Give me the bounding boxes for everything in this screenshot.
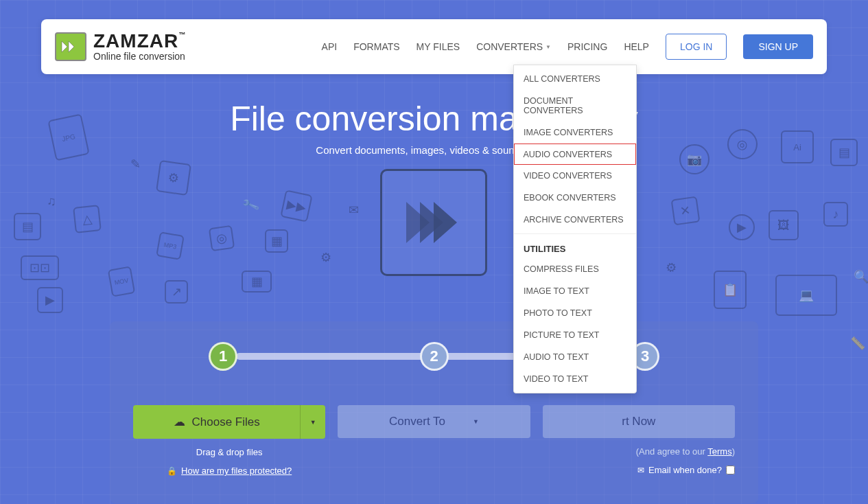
sketch-mp3-icon: MP3	[156, 231, 185, 260]
files-protected-link[interactable]: 🔒 How are my files protected?	[133, 466, 325, 476]
actions-row: ☁ Choose Files ▼ Drag & drop files 🔒 How…	[133, 405, 735, 476]
sketch-clipboard-icon: 📋	[714, 271, 747, 309]
sketch-pencil-icon: ✎	[124, 152, 147, 176]
dropdown-image-to-text[interactable]: IMAGE TO TEXT	[514, 280, 636, 302]
email-when-done-row: ✉ Email when done?	[543, 465, 735, 475]
sketch-camera-icon: 📷	[679, 144, 709, 174]
header: ZAMZAR™ Online file conversion API FORMA…	[41, 19, 827, 74]
lock-icon: 🔒	[167, 466, 177, 476]
mail-icon: ✉	[637, 466, 644, 475]
sketch-cd-icon: ◎	[209, 225, 235, 251]
nav-formats[interactable]: FORMATS	[353, 41, 399, 52]
logo[interactable]: ZAMZAR™ Online file conversion	[55, 32, 186, 62]
sketch-mail-icon: ✉	[343, 202, 364, 218]
step-2: 2	[420, 342, 449, 371]
step-1: 1	[209, 342, 237, 371]
sketch-forward-icon: ▶▶	[280, 190, 312, 222]
dropdown-audio-converters[interactable]: AUDIO CONVERTERS	[514, 144, 636, 165]
logo-icon	[55, 32, 86, 61]
caret-down-icon: ▼	[473, 418, 479, 425]
dropdown-video-converters[interactable]: VIDEO CONVERTERS	[514, 165, 636, 187]
main-nav: API FORMATS MY FILES CONVERTERS ▼ PRICIN…	[322, 34, 813, 60]
sketch-mov-icon: MOV	[108, 266, 135, 297]
convert-now-button[interactable]: rt Now	[543, 405, 735, 438]
dropdown-image-converters[interactable]: IMAGE CONVERTERS	[514, 122, 636, 144]
nav-help[interactable]: HELP	[624, 41, 649, 52]
nav-myfiles[interactable]: MY FILES	[417, 41, 460, 52]
sketch-wrench-icon: 🔧	[237, 192, 263, 218]
sketch-search-icon: 🔍	[851, 266, 868, 287]
dropdown-picture-to-text[interactable]: PICTURE TO TEXT	[514, 324, 636, 346]
upload-icon: ☁	[174, 415, 185, 429]
dropdown-audio-to-text[interactable]: AUDIO TO TEXT	[514, 346, 636, 368]
signup-button[interactable]: SIGN UP	[743, 34, 813, 59]
brand-tagline: Online file conversion	[93, 51, 186, 62]
sketch-cross-icon: ✕	[671, 196, 701, 226]
dropdown-all-converters[interactable]: ALL CONVERTERS	[514, 68, 636, 90]
sketch-ruler-icon: 📏	[851, 323, 865, 364]
choose-files-button[interactable]: ☁ Choose Files	[133, 405, 301, 439]
sketch-page-icon: ▤	[830, 139, 858, 166]
convert-to-button[interactable]: Convert To ▼	[338, 405, 530, 438]
sketch-gear-icon: ⚙	[156, 160, 191, 196]
dropdown-archive-converters[interactable]: ARCHIVE CONVERTERS	[514, 209, 636, 231]
nav-converters[interactable]: CONVERTERS ▼	[476, 41, 551, 52]
sketch-play-sq-icon: ▶	[37, 287, 63, 313]
choose-files-dropdown[interactable]: ▼	[301, 405, 325, 439]
sketch-doc-icon: ▤	[14, 213, 41, 240]
sketch-playcircle-icon: ▶	[729, 214, 755, 240]
terms-agree: (And agree to our Terms)	[543, 446, 735, 457]
steps-row: 1 2 3	[133, 342, 735, 371]
dropdown-compress-files[interactable]: COMPRESS FILES	[514, 258, 636, 280]
dropdown-video-to-text[interactable]: VIDEO TO TEXT	[514, 368, 636, 390]
dropdown-photo-to-text[interactable]: PHOTO TO TEXT	[514, 302, 636, 324]
email-when-done-checkbox[interactable]	[726, 466, 735, 474]
sketch-gear2-icon: ⚙	[657, 253, 686, 283]
terms-link[interactable]: Terms	[707, 446, 731, 457]
sketch-grid-icon: ▦	[265, 229, 288, 253]
sketch-triangle-icon: △	[73, 205, 102, 233]
sketch-note-icon: ♪	[823, 202, 848, 227]
dropdown-ebook-converters[interactable]: EBOOK CONVERTERS	[514, 187, 636, 209]
sketch-music-icon: ♫	[41, 191, 62, 211]
caret-down-icon: ▼	[310, 419, 316, 426]
sketch-arrow-icon: ↗	[165, 280, 188, 303]
nav-pricing[interactable]: PRICING	[567, 41, 607, 52]
caret-down-icon: ▼	[546, 44, 551, 50]
sketch-ai-icon: Ai	[781, 130, 814, 163]
dropdown-utilities-header: UTILITIES	[514, 233, 636, 258]
sketch-cassette-icon: ⊡⊡	[21, 255, 59, 280]
sketch-picture-icon: 🖼	[769, 210, 799, 240]
drag-drop-hint: Drag & drop files	[133, 447, 325, 457]
hero-logo-icon	[380, 169, 487, 276]
sketch-film-icon: ▦	[242, 271, 272, 293]
conversion-panel: 1 2 3 ☁ Choose Files ▼ Drag & drop files…	[110, 321, 758, 503]
dropdown-document-converters[interactable]: DOCUMENT CONVERTERS	[514, 90, 636, 122]
nav-api[interactable]: API	[322, 41, 338, 52]
converters-dropdown: ALL CONVERTERS DOCUMENT CONVERTERS IMAGE…	[513, 65, 637, 393]
brand-name: ZAMZAR™	[93, 32, 186, 51]
sketch-config-icon: ⚙	[316, 247, 336, 268]
sketch-laptop-icon: 💻	[775, 275, 837, 316]
login-button[interactable]: LOG IN	[666, 34, 727, 60]
